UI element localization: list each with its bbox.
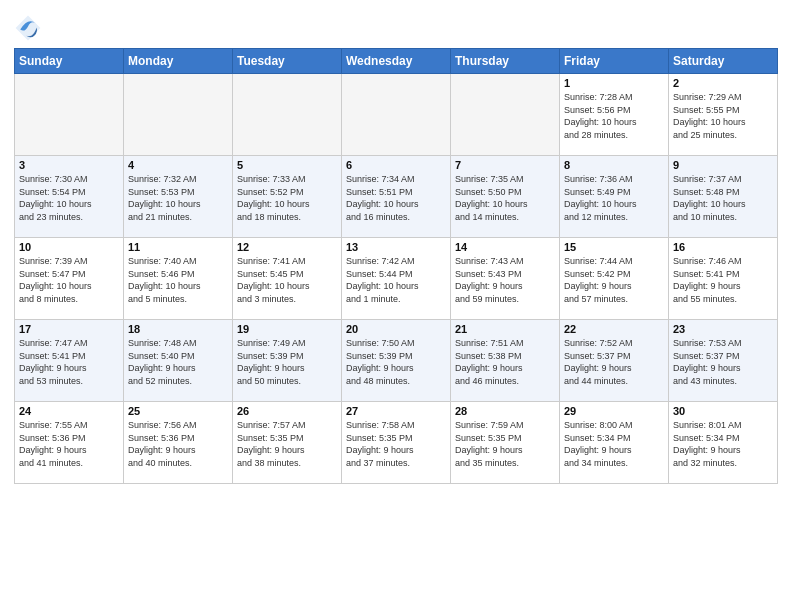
day-info: Sunrise: 7:46 AM Sunset: 5:41 PM Dayligh… <box>673 255 773 305</box>
day-info: Sunrise: 7:40 AM Sunset: 5:46 PM Dayligh… <box>128 255 228 305</box>
calendar-cell: 22Sunrise: 7:52 AM Sunset: 5:37 PM Dayli… <box>560 320 669 402</box>
calendar-cell: 9Sunrise: 7:37 AM Sunset: 5:48 PM Daylig… <box>669 156 778 238</box>
day-info: Sunrise: 7:43 AM Sunset: 5:43 PM Dayligh… <box>455 255 555 305</box>
day-number: 7 <box>455 159 555 171</box>
calendar-cell <box>342 74 451 156</box>
calendar-cell: 23Sunrise: 7:53 AM Sunset: 5:37 PM Dayli… <box>669 320 778 402</box>
day-number: 28 <box>455 405 555 417</box>
calendar-cell: 24Sunrise: 7:55 AM Sunset: 5:36 PM Dayli… <box>15 402 124 484</box>
day-number: 27 <box>346 405 446 417</box>
calendar-cell: 7Sunrise: 7:35 AM Sunset: 5:50 PM Daylig… <box>451 156 560 238</box>
calendar: SundayMondayTuesdayWednesdayThursdayFrid… <box>14 48 778 484</box>
day-number: 14 <box>455 241 555 253</box>
weekday-header-sunday: Sunday <box>15 49 124 74</box>
day-number: 24 <box>19 405 119 417</box>
week-row-4: 17Sunrise: 7:47 AM Sunset: 5:41 PM Dayli… <box>15 320 778 402</box>
day-number: 19 <box>237 323 337 335</box>
day-number: 25 <box>128 405 228 417</box>
day-number: 30 <box>673 405 773 417</box>
calendar-cell: 1Sunrise: 7:28 AM Sunset: 5:56 PM Daylig… <box>560 74 669 156</box>
week-row-3: 10Sunrise: 7:39 AM Sunset: 5:47 PM Dayli… <box>15 238 778 320</box>
day-info: Sunrise: 7:32 AM Sunset: 5:53 PM Dayligh… <box>128 173 228 223</box>
day-info: Sunrise: 7:33 AM Sunset: 5:52 PM Dayligh… <box>237 173 337 223</box>
day-number: 20 <box>346 323 446 335</box>
calendar-cell: 5Sunrise: 7:33 AM Sunset: 5:52 PM Daylig… <box>233 156 342 238</box>
calendar-cell: 12Sunrise: 7:41 AM Sunset: 5:45 PM Dayli… <box>233 238 342 320</box>
header <box>14 10 778 42</box>
day-info: Sunrise: 7:57 AM Sunset: 5:35 PM Dayligh… <box>237 419 337 469</box>
day-number: 6 <box>346 159 446 171</box>
weekday-header-thursday: Thursday <box>451 49 560 74</box>
calendar-cell: 21Sunrise: 7:51 AM Sunset: 5:38 PM Dayli… <box>451 320 560 402</box>
calendar-cell <box>233 74 342 156</box>
day-info: Sunrise: 7:52 AM Sunset: 5:37 PM Dayligh… <box>564 337 664 387</box>
day-info: Sunrise: 7:30 AM Sunset: 5:54 PM Dayligh… <box>19 173 119 223</box>
calendar-cell: 14Sunrise: 7:43 AM Sunset: 5:43 PM Dayli… <box>451 238 560 320</box>
weekday-header-tuesday: Tuesday <box>233 49 342 74</box>
calendar-cell: 17Sunrise: 7:47 AM Sunset: 5:41 PM Dayli… <box>15 320 124 402</box>
week-row-1: 1Sunrise: 7:28 AM Sunset: 5:56 PM Daylig… <box>15 74 778 156</box>
calendar-cell: 11Sunrise: 7:40 AM Sunset: 5:46 PM Dayli… <box>124 238 233 320</box>
day-number: 18 <box>128 323 228 335</box>
calendar-cell: 30Sunrise: 8:01 AM Sunset: 5:34 PM Dayli… <box>669 402 778 484</box>
day-info: Sunrise: 7:51 AM Sunset: 5:38 PM Dayligh… <box>455 337 555 387</box>
day-number: 29 <box>564 405 664 417</box>
day-number: 1 <box>564 77 664 89</box>
week-row-5: 24Sunrise: 7:55 AM Sunset: 5:36 PM Dayli… <box>15 402 778 484</box>
day-number: 13 <box>346 241 446 253</box>
weekday-header-monday: Monday <box>124 49 233 74</box>
day-info: Sunrise: 7:49 AM Sunset: 5:39 PM Dayligh… <box>237 337 337 387</box>
day-number: 23 <box>673 323 773 335</box>
day-info: Sunrise: 7:36 AM Sunset: 5:49 PM Dayligh… <box>564 173 664 223</box>
calendar-cell: 6Sunrise: 7:34 AM Sunset: 5:51 PM Daylig… <box>342 156 451 238</box>
calendar-cell: 3Sunrise: 7:30 AM Sunset: 5:54 PM Daylig… <box>15 156 124 238</box>
day-info: Sunrise: 7:44 AM Sunset: 5:42 PM Dayligh… <box>564 255 664 305</box>
day-number: 12 <box>237 241 337 253</box>
day-info: Sunrise: 7:53 AM Sunset: 5:37 PM Dayligh… <box>673 337 773 387</box>
day-number: 15 <box>564 241 664 253</box>
calendar-cell <box>15 74 124 156</box>
calendar-cell: 27Sunrise: 7:58 AM Sunset: 5:35 PM Dayli… <box>342 402 451 484</box>
calendar-cell: 16Sunrise: 7:46 AM Sunset: 5:41 PM Dayli… <box>669 238 778 320</box>
day-info: Sunrise: 7:50 AM Sunset: 5:39 PM Dayligh… <box>346 337 446 387</box>
calendar-cell: 4Sunrise: 7:32 AM Sunset: 5:53 PM Daylig… <box>124 156 233 238</box>
day-number: 11 <box>128 241 228 253</box>
calendar-cell <box>451 74 560 156</box>
weekday-header-row: SundayMondayTuesdayWednesdayThursdayFrid… <box>15 49 778 74</box>
day-number: 17 <box>19 323 119 335</box>
day-info: Sunrise: 7:42 AM Sunset: 5:44 PM Dayligh… <box>346 255 446 305</box>
day-info: Sunrise: 7:34 AM Sunset: 5:51 PM Dayligh… <box>346 173 446 223</box>
day-info: Sunrise: 7:47 AM Sunset: 5:41 PM Dayligh… <box>19 337 119 387</box>
calendar-cell <box>124 74 233 156</box>
day-info: Sunrise: 8:01 AM Sunset: 5:34 PM Dayligh… <box>673 419 773 469</box>
day-info: Sunrise: 7:58 AM Sunset: 5:35 PM Dayligh… <box>346 419 446 469</box>
day-info: Sunrise: 7:39 AM Sunset: 5:47 PM Dayligh… <box>19 255 119 305</box>
calendar-cell: 2Sunrise: 7:29 AM Sunset: 5:55 PM Daylig… <box>669 74 778 156</box>
calendar-cell: 20Sunrise: 7:50 AM Sunset: 5:39 PM Dayli… <box>342 320 451 402</box>
day-info: Sunrise: 7:59 AM Sunset: 5:35 PM Dayligh… <box>455 419 555 469</box>
calendar-cell: 26Sunrise: 7:57 AM Sunset: 5:35 PM Dayli… <box>233 402 342 484</box>
weekday-header-wednesday: Wednesday <box>342 49 451 74</box>
calendar-cell: 10Sunrise: 7:39 AM Sunset: 5:47 PM Dayli… <box>15 238 124 320</box>
day-info: Sunrise: 7:48 AM Sunset: 5:40 PM Dayligh… <box>128 337 228 387</box>
calendar-cell: 19Sunrise: 7:49 AM Sunset: 5:39 PM Dayli… <box>233 320 342 402</box>
calendar-cell: 15Sunrise: 7:44 AM Sunset: 5:42 PM Dayli… <box>560 238 669 320</box>
day-number: 5 <box>237 159 337 171</box>
calendar-cell: 18Sunrise: 7:48 AM Sunset: 5:40 PM Dayli… <box>124 320 233 402</box>
day-number: 4 <box>128 159 228 171</box>
day-number: 10 <box>19 241 119 253</box>
day-info: Sunrise: 8:00 AM Sunset: 5:34 PM Dayligh… <box>564 419 664 469</box>
calendar-cell: 28Sunrise: 7:59 AM Sunset: 5:35 PM Dayli… <box>451 402 560 484</box>
logo <box>14 14 46 42</box>
day-info: Sunrise: 7:29 AM Sunset: 5:55 PM Dayligh… <box>673 91 773 141</box>
week-row-2: 3Sunrise: 7:30 AM Sunset: 5:54 PM Daylig… <box>15 156 778 238</box>
calendar-cell: 29Sunrise: 8:00 AM Sunset: 5:34 PM Dayli… <box>560 402 669 484</box>
day-number: 22 <box>564 323 664 335</box>
day-info: Sunrise: 7:35 AM Sunset: 5:50 PM Dayligh… <box>455 173 555 223</box>
day-info: Sunrise: 7:56 AM Sunset: 5:36 PM Dayligh… <box>128 419 228 469</box>
logo-icon <box>14 14 42 42</box>
weekday-header-friday: Friday <box>560 49 669 74</box>
weekday-header-saturday: Saturday <box>669 49 778 74</box>
day-info: Sunrise: 7:28 AM Sunset: 5:56 PM Dayligh… <box>564 91 664 141</box>
day-number: 16 <box>673 241 773 253</box>
